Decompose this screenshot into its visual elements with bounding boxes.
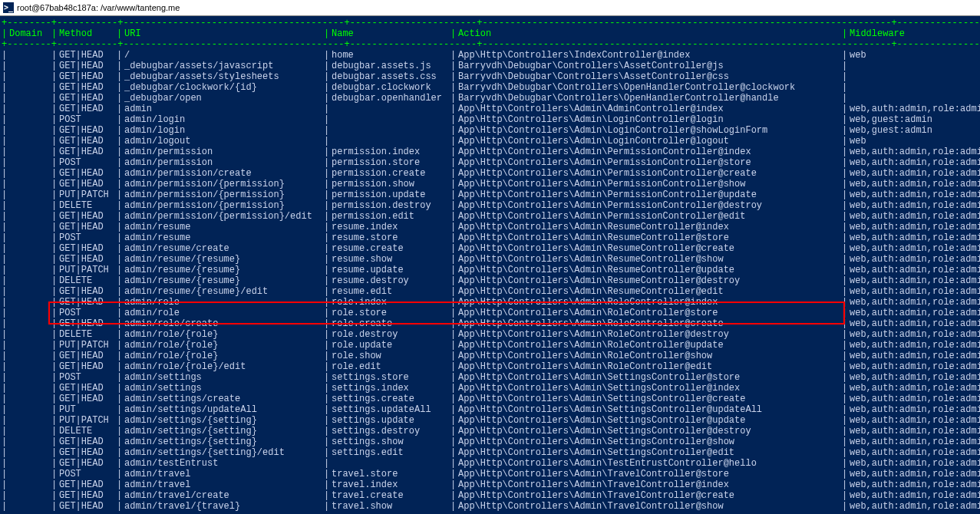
route-row: ||POST|admin/permission|permission.store…	[0, 157, 980, 168]
uri-cell: admin/resume	[123, 232, 322, 243]
col-domain: Domain	[8, 28, 50, 39]
name-cell: travel.index	[330, 479, 449, 490]
domain-cell	[8, 147, 50, 157]
middleware-cell: web,auth:admin,role:admin	[848, 469, 980, 479]
action-cell: Barryvdh\Debugbar\Controllers\OpenHandle…	[457, 93, 840, 104]
middleware-cell	[848, 71, 980, 82]
name-cell: permission.show	[330, 179, 449, 189]
terminal-output[interactable]: +--------+-----------+------------------…	[0, 16, 980, 512]
uri-cell: _debugbar/open	[123, 93, 322, 104]
middleware-cell: web,auth:admin,role:admin	[848, 104, 980, 114]
middleware-cell: web,auth:admin,role:admin	[848, 232, 980, 243]
uri-cell: admin/permission/create	[123, 168, 322, 179]
name-cell: settings.updateAll	[330, 404, 449, 415]
method-cell: POST	[58, 157, 115, 168]
route-row: ||GET|HEAD|admin/permission|permission.i…	[0, 147, 980, 157]
name-cell: debugbar.assets.css	[330, 71, 449, 82]
uri-cell: admin/travel/{travel}	[123, 501, 322, 512]
middleware-cell: web	[848, 50, 980, 61]
domain-cell	[8, 222, 50, 232]
name-cell: settings.index	[330, 383, 449, 394]
method-cell: PUT|PATCH	[58, 340, 115, 351]
middleware-cell: web,auth:admin,role:admin	[848, 479, 980, 490]
name-cell: settings.destroy	[330, 426, 449, 437]
route-row: ||GET|HEAD|admin/role/create|role.create…	[0, 318, 980, 329]
domain-cell	[8, 297, 50, 308]
method-cell: GET|HEAD	[58, 254, 115, 265]
action-cell: App\Http\Controllers\Admin\SettingsContr…	[457, 437, 840, 447]
route-row: ||GET|HEAD|admin/resume/{resume}|resume.…	[0, 254, 980, 265]
route-row: ||POST|admin/login||App\Http\Controllers…	[0, 114, 980, 125]
action-cell: Barryvdh\Debugbar\Controllers\AssetContr…	[457, 71, 840, 82]
action-cell: App\Http\Controllers\Admin\SettingsContr…	[457, 426, 840, 437]
middleware-cell	[848, 61, 980, 71]
middleware-cell: web,auth:admin,role:admin	[848, 361, 980, 372]
uri-cell: admin/settings/{setting}	[123, 415, 322, 426]
name-cell: home	[330, 50, 449, 61]
domain-cell	[8, 254, 50, 265]
domain-cell	[8, 71, 50, 82]
uri-cell: admin/role	[123, 297, 322, 308]
method-cell: GET|HEAD	[58, 318, 115, 329]
name-cell: resume.index	[330, 222, 449, 232]
action-cell: App\Http\Controllers\Admin\ResumeControl…	[457, 243, 840, 254]
uri-cell: admin/permission/{permission}/edit	[123, 211, 322, 222]
method-cell: GET|HEAD	[58, 61, 115, 71]
uri-cell: admin/resume/{resume}/edit	[123, 286, 322, 297]
middleware-cell: web,auth:admin,role:admin	[848, 265, 980, 275]
method-cell: GET|HEAD	[58, 147, 115, 157]
domain-cell	[8, 61, 50, 71]
name-cell: permission.create	[330, 168, 449, 179]
route-row: ||DELETE|admin/resume/{resume}|resume.de…	[0, 275, 980, 286]
route-row: ||PUT|admin/settings/updateAll|settings.…	[0, 404, 980, 415]
domain-cell	[8, 275, 50, 286]
action-cell: App\Http\Controllers\Admin\ResumeControl…	[457, 254, 840, 265]
method-cell: POST	[58, 114, 115, 125]
domain-cell	[8, 265, 50, 275]
domain-cell	[8, 168, 50, 179]
route-row: ||PUT|PATCH|admin/role/{role}|role.updat…	[0, 340, 980, 351]
uri-cell: admin/login	[123, 125, 322, 136]
method-cell: GET|HEAD	[58, 447, 115, 458]
action-cell: App\Http\Controllers\Admin\TestEntrustCo…	[457, 458, 840, 469]
domain-cell	[8, 318, 50, 329]
uri-cell: admin/role/{role}	[123, 340, 322, 351]
middleware-cell: web,guest:admin	[848, 114, 980, 125]
route-row: ||GET|HEAD|_debugbar/open|debugbar.openh…	[0, 93, 980, 104]
name-cell: settings.store	[330, 372, 449, 383]
method-cell: DELETE	[58, 200, 115, 211]
method-cell: GET|HEAD	[58, 179, 115, 189]
separator-row: +--------+-----------+------------------…	[0, 39, 980, 50]
route-row: ||GET|HEAD|_debugbar/assets/stylesheets|…	[0, 71, 980, 82]
name-cell	[330, 136, 449, 147]
action-cell: Barryvdh\Debugbar\Controllers\AssetContr…	[457, 61, 840, 71]
method-cell: GET|HEAD	[58, 437, 115, 447]
action-cell: App\Http\Controllers\Admin\SettingsContr…	[457, 372, 840, 383]
domain-cell	[8, 308, 50, 318]
action-cell: App\Http\Controllers\Admin\RoleControlle…	[457, 329, 840, 340]
uri-cell: admin/travel/create	[123, 490, 322, 501]
name-cell: resume.show	[330, 254, 449, 265]
route-row: ||POST|admin/resume|resume.store|App\Htt…	[0, 232, 980, 243]
action-cell: App\Http\Controllers\Admin\TravelControl…	[457, 469, 840, 479]
middleware-cell: web,auth:admin,role:admin	[848, 458, 980, 469]
route-row: ||PUT|PATCH|admin/resume/{resume}|resume…	[0, 265, 980, 275]
method-cell: POST	[58, 232, 115, 243]
name-cell: permission.store	[330, 157, 449, 168]
action-cell: App\Http\Controllers\Admin\TravelControl…	[457, 490, 840, 501]
action-cell: Barryvdh\Debugbar\Controllers\OpenHandle…	[457, 82, 840, 93]
window-title-bar[interactable]: >_ root@67bab48c187a: /var/www/tanteng.m…	[0, 0, 980, 16]
uri-cell: admin/settings/{setting}	[123, 437, 322, 447]
method-cell: GET|HEAD	[58, 490, 115, 501]
col-method: Method	[58, 28, 115, 39]
uri-cell: _debugbar/assets/javascript	[123, 61, 322, 71]
domain-cell	[8, 329, 50, 340]
domain-cell	[8, 361, 50, 372]
middleware-cell: web,auth:admin,role:admin	[848, 318, 980, 329]
action-cell: App\Http\Controllers\Admin\ResumeControl…	[457, 286, 840, 297]
middleware-cell: web,auth:admin,role:admin	[848, 490, 980, 501]
middleware-cell: web,auth:admin,role:admin	[848, 254, 980, 265]
method-cell: GET|HEAD	[58, 222, 115, 232]
domain-cell	[8, 340, 50, 351]
action-cell: App\Http\Controllers\Admin\LoginControll…	[457, 136, 840, 147]
